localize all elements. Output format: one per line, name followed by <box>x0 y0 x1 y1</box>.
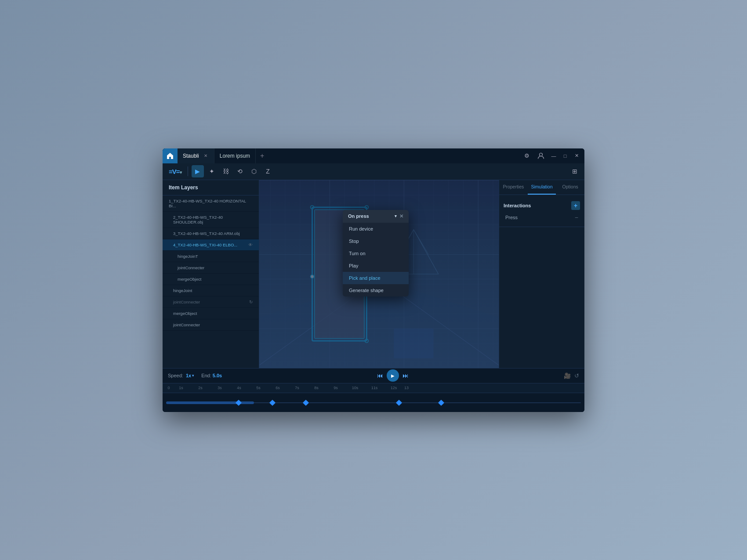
main-content: Item Layers 1_TX2-40-HB-WS_TX2-40 HORIZO… <box>163 180 584 368</box>
layer-item[interactable]: mergeObject <box>163 308 259 319</box>
timeline-track[interactable] <box>163 393 584 412</box>
brand-label[interactable]: ≡V=▾ <box>166 168 184 175</box>
minimize-button[interactable]: — <box>549 152 558 160</box>
dropdown-generate-shape[interactable]: Generate shape <box>343 284 409 296</box>
tab-simulation[interactable]: Simulation <box>528 180 556 195</box>
home-button[interactable] <box>163 148 178 163</box>
dropdown-play[interactable]: Play <box>343 260 409 272</box>
tool-extra-button[interactable]: Z <box>262 165 274 177</box>
bottom-right-controls: 🎥 ↺ <box>564 372 579 379</box>
keyframe[interactable] <box>269 399 276 405</box>
eye-icon[interactable]: 👁 <box>248 242 253 247</box>
toolbar-divider <box>188 166 188 176</box>
tab-options[interactable]: Options <box>556 180 584 195</box>
dropdown-header[interactable]: On press ▾ ✕ <box>343 210 409 223</box>
dropdown-run-device[interactable]: Run device <box>343 223 409 235</box>
svg-rect-16 <box>394 328 433 358</box>
app-window: Staubli ✕ Lorem ipsum + ⚙ — □ ✕ ≡V=▾ <box>163 148 584 412</box>
skip-forward-button[interactable]: ⏭ <box>403 372 409 379</box>
svg-point-0 <box>540 153 543 156</box>
dropdown-pick-and-place[interactable]: Pick and place <box>343 272 409 284</box>
viewport[interactable]: On press ▾ ✕ Run device Stop Turn on Pla… <box>259 180 499 368</box>
playback-controls: ⏮ ▶ ⏭ <box>377 369 409 382</box>
title-bar-controls: ⚙ — □ ✕ <box>521 150 584 162</box>
skip-back-button[interactable]: ⏮ <box>377 372 383 379</box>
interaction-press-item[interactable]: Press − <box>504 212 580 223</box>
tab-staubli-close[interactable]: ✕ <box>203 153 209 159</box>
item-layers-header: Item Layers <box>163 180 259 195</box>
right-panel: Properties Simulation Options Interactio… <box>499 180 584 368</box>
speed-control: Speed: 1x ▾ <box>168 373 194 378</box>
layer-item-active[interactable]: 4_TX2-40-HB-WS_TXI-40 ELBO... 👁 <box>163 239 259 251</box>
dropdown-stop[interactable]: Stop <box>343 235 409 247</box>
playback-bar: Speed: 1x ▾ End: 5.0s ⏮ ▶ ⏭ 🎥 ↺ <box>163 368 584 383</box>
right-tabs: Properties Simulation Options <box>499 180 584 195</box>
svg-point-19 <box>311 275 314 278</box>
dropdown-menu: On press ▾ ✕ Run device Stop Turn on Pla… <box>343 210 409 296</box>
tool-select-button[interactable]: ▶ <box>192 165 204 177</box>
camera-icon[interactable]: 🎥 <box>564 372 571 379</box>
keyframe[interactable] <box>396 399 402 405</box>
interactions-section: Interactions + Press − <box>499 195 584 227</box>
tab-staubli-label: Staubli <box>183 153 199 159</box>
timeline-ruler: 0 1s 2s 3s 4s 5s 6s 7s 8s 9s 10s 11s 12s… <box>163 383 584 393</box>
layer-item[interactable]: jointConnecter <box>163 262 259 274</box>
add-tab-button[interactable]: + <box>256 148 268 163</box>
tool-link-button[interactable]: ⛓ <box>220 165 232 177</box>
keyframe[interactable] <box>303 399 309 405</box>
add-interaction-button[interactable]: + <box>571 201 580 210</box>
layer-item[interactable]: hingeJoinT <box>163 251 259 262</box>
layer-item[interactable]: jointConnecter <box>163 319 259 331</box>
layer-item[interactable]: hingeJoint <box>163 285 259 296</box>
layer-item[interactable]: 1_TX2-40-HB-WS_TX2-40 HORIZONTAL BI... <box>163 195 259 212</box>
ruler-marks: 0 1s 2s 3s 4s 5s 6s 7s 8s 9s 10s 11s 12s… <box>166 386 581 390</box>
tab-bar: Staubli ✕ Lorem ipsum + <box>178 148 521 163</box>
tab-staubli[interactable]: Staubli ✕ <box>178 148 214 163</box>
tab-lorem-label: Lorem ipsum <box>220 153 250 159</box>
end-time: End: 5.0s <box>201 373 222 378</box>
tool-shape-button[interactable]: ⬡ <box>248 165 260 177</box>
layer-item[interactable]: jointConnecter ↻ <box>163 296 259 308</box>
layer-item[interactable]: 3_TX2-40-HB-WS_TX2-40 ARM.obj <box>163 228 259 239</box>
dropdown-turn-on[interactable]: Turn on <box>343 247 409 260</box>
tool-node-button[interactable]: ✦ <box>206 165 218 177</box>
timeline-area: 0 1s 2s 3s 4s 5s 6s 7s 8s 9s 10s 11s 12s… <box>163 383 584 412</box>
layer-item[interactable]: 2_TX2-40-HB-WS_TX2-40 SHOULDER.obj <box>163 212 259 228</box>
settings-icon[interactable]: ⚙ <box>521 150 533 162</box>
left-panel: Item Layers 1_TX2-40-HB-WS_TX2-40 HORIZO… <box>163 180 259 368</box>
speed-label: Speed: <box>168 373 183 378</box>
tab-lorem[interactable]: Lorem ipsum <box>214 148 256 163</box>
interactions-header: Interactions + <box>504 199 580 212</box>
title-bar: Staubli ✕ Lorem ipsum + ⚙ — □ ✕ <box>163 148 584 163</box>
maximize-button[interactable]: □ <box>561 152 569 160</box>
sync-icon: ↻ <box>249 300 253 304</box>
dropdown-close-icon[interactable]: ✕ <box>399 213 403 219</box>
repeat-icon[interactable]: ↺ <box>574 372 579 379</box>
keyframe[interactable] <box>236 399 242 405</box>
keyframe[interactable] <box>438 399 444 405</box>
tab-properties[interactable]: Properties <box>499 180 528 195</box>
tool-transform-button[interactable]: ⟲ <box>234 165 246 177</box>
play-button[interactable]: ▶ <box>387 369 399 382</box>
remove-interaction-button[interactable]: − <box>575 214 578 220</box>
layout-icon[interactable]: ⊞ <box>569 165 581 177</box>
user-icon[interactable] <box>535 150 547 162</box>
toolbar: ≡V=▾ ▶ ✦ ⛓ ⟲ ⬡ Z ⊞ <box>163 163 584 180</box>
close-button[interactable]: ✕ <box>572 152 581 160</box>
speed-dropdown[interactable]: 1x ▾ <box>186 373 194 378</box>
layer-item[interactable]: mergeObject <box>163 274 259 285</box>
